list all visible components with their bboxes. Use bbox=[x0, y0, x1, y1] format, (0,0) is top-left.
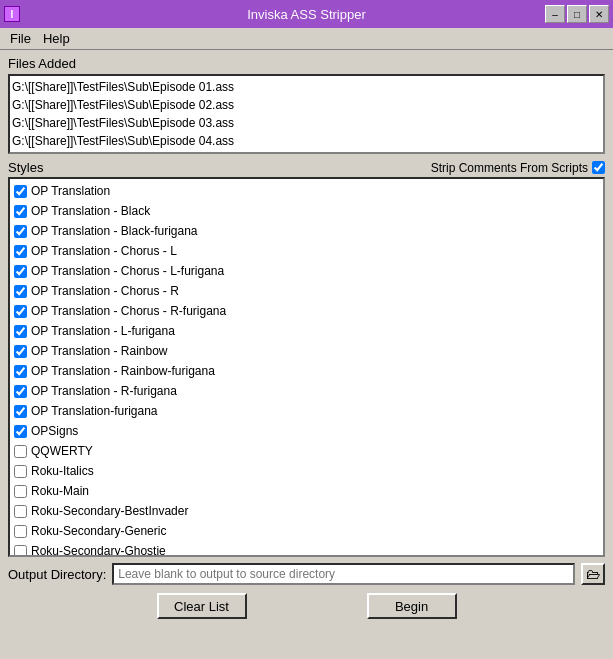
style-item: Roku-Secondary-Generic bbox=[14, 521, 599, 541]
maximize-button[interactable]: □ bbox=[567, 5, 587, 23]
app-title: Inviska ASS Stripper bbox=[0, 7, 613, 22]
style-label: QQWERTY bbox=[31, 444, 93, 458]
style-checkbox[interactable] bbox=[14, 345, 27, 358]
output-input[interactable] bbox=[112, 563, 575, 585]
style-checkbox[interactable] bbox=[14, 185, 27, 198]
minimize-button[interactable]: – bbox=[545, 5, 565, 23]
style-checkbox[interactable] bbox=[14, 305, 27, 318]
menu-file[interactable]: File bbox=[4, 29, 37, 48]
titlebar-left: I bbox=[4, 6, 20, 22]
style-checkbox[interactable] bbox=[14, 485, 27, 498]
style-label: OP Translation - Black bbox=[31, 204, 150, 218]
strip-comments-checkbox[interactable] bbox=[592, 161, 605, 174]
style-item: QQWERTY bbox=[14, 441, 599, 461]
style-checkbox[interactable] bbox=[14, 205, 27, 218]
files-section-label: Files Added bbox=[8, 56, 605, 71]
style-label: OP Translation-furigana bbox=[31, 404, 158, 418]
style-item: OP Translation - Rainbow bbox=[14, 341, 599, 361]
style-label: Roku-Secondary-Ghostie bbox=[31, 544, 166, 557]
style-label: OP Translation bbox=[31, 184, 110, 198]
style-item: OP Translation - Chorus - L-furigana bbox=[14, 261, 599, 281]
style-label: Roku-Secondary-BestInvader bbox=[31, 504, 188, 518]
style-item: OP Translation - R-furigana bbox=[14, 381, 599, 401]
style-checkbox[interactable] bbox=[14, 225, 27, 238]
output-browse-button[interactable]: 🗁 bbox=[581, 563, 605, 585]
style-checkbox[interactable] bbox=[14, 425, 27, 438]
style-item: OP Translation - Chorus - L bbox=[14, 241, 599, 261]
style-label: Roku-Main bbox=[31, 484, 89, 498]
style-checkbox[interactable] bbox=[14, 465, 27, 478]
style-checkbox[interactable] bbox=[14, 245, 27, 258]
style-label: Roku-Secondary-Generic bbox=[31, 524, 166, 538]
style-checkbox[interactable] bbox=[14, 405, 27, 418]
styles-list[interactable]: OP TranslationOP Translation - BlackOP T… bbox=[8, 177, 605, 557]
style-checkbox[interactable] bbox=[14, 505, 27, 518]
style-label: Roku-Italics bbox=[31, 464, 94, 478]
style-label: OP Translation - Rainbow bbox=[31, 344, 168, 358]
style-item: OP Translation-furigana bbox=[14, 401, 599, 421]
style-item: OP Translation - Rainbow-furigana bbox=[14, 361, 599, 381]
style-checkbox[interactable] bbox=[14, 285, 27, 298]
files-list[interactable]: G:\[[Share]]\TestFiles\Sub\Episode 01.as… bbox=[8, 74, 605, 154]
file-item: G:\[[Share]]\TestFiles\Sub\Episode 05.as… bbox=[12, 150, 601, 154]
bottom-buttons: Clear List Begin bbox=[8, 593, 605, 619]
output-label: Output Directory: bbox=[8, 567, 106, 582]
style-checkbox[interactable] bbox=[14, 525, 27, 538]
strip-comments-label: Strip Comments From Scripts bbox=[431, 161, 588, 175]
style-checkbox[interactable] bbox=[14, 325, 27, 338]
file-item: G:\[[Share]]\TestFiles\Sub\Episode 02.as… bbox=[12, 96, 601, 114]
style-label: OP Translation - Chorus - R-furigana bbox=[31, 304, 226, 318]
style-checkbox[interactable] bbox=[14, 265, 27, 278]
style-label: OP Translation - L-furigana bbox=[31, 324, 175, 338]
menu-help[interactable]: Help bbox=[37, 29, 76, 48]
style-label: OP Translation - Chorus - L bbox=[31, 244, 177, 258]
style-item: Roku-Secondary-Ghostie bbox=[14, 541, 599, 557]
close-button[interactable]: ✕ bbox=[589, 5, 609, 23]
clear-list-button[interactable]: Clear List bbox=[157, 593, 247, 619]
style-item: OP Translation - Black-furigana bbox=[14, 221, 599, 241]
style-label: OP Translation - Chorus - L-furigana bbox=[31, 264, 224, 278]
file-item: G:\[[Share]]\TestFiles\Sub\Episode 03.as… bbox=[12, 114, 601, 132]
style-checkbox[interactable] bbox=[14, 365, 27, 378]
style-label: OPSigns bbox=[31, 424, 78, 438]
styles-section-label: Styles bbox=[8, 160, 43, 175]
begin-button[interactable]: Begin bbox=[367, 593, 457, 619]
style-checkbox[interactable] bbox=[14, 445, 27, 458]
output-row: Output Directory: 🗁 bbox=[8, 563, 605, 585]
style-label: OP Translation - Black-furigana bbox=[31, 224, 198, 238]
style-item: OP Translation - Black bbox=[14, 201, 599, 221]
style-item: Roku-Italics bbox=[14, 461, 599, 481]
main-content: Files Added G:\[[Share]]\TestFiles\Sub\E… bbox=[0, 50, 613, 625]
folder-icon: 🗁 bbox=[586, 566, 600, 582]
style-item: OP Translation - Chorus - R bbox=[14, 281, 599, 301]
titlebar: I Inviska ASS Stripper – □ ✕ bbox=[0, 0, 613, 28]
style-label: OP Translation - R-furigana bbox=[31, 384, 177, 398]
style-label: OP Translation - Chorus - R bbox=[31, 284, 179, 298]
menubar: File Help bbox=[0, 28, 613, 50]
titlebar-buttons: – □ ✕ bbox=[545, 5, 609, 23]
strip-comments-container: Strip Comments From Scripts bbox=[431, 161, 605, 175]
style-item: OP Translation - Chorus - R-furigana bbox=[14, 301, 599, 321]
style-item: Roku-Secondary-BestInvader bbox=[14, 501, 599, 521]
file-item: G:\[[Share]]\TestFiles\Sub\Episode 01.as… bbox=[12, 78, 601, 96]
style-checkbox[interactable] bbox=[14, 385, 27, 398]
style-item: OPSigns bbox=[14, 421, 599, 441]
style-label: OP Translation - Rainbow-furigana bbox=[31, 364, 215, 378]
styles-header: Styles Strip Comments From Scripts bbox=[8, 160, 605, 175]
style-item: Roku-Main bbox=[14, 481, 599, 501]
style-item: OP Translation bbox=[14, 181, 599, 201]
style-checkbox[interactable] bbox=[14, 545, 27, 558]
file-item: G:\[[Share]]\TestFiles\Sub\Episode 04.as… bbox=[12, 132, 601, 150]
app-icon: I bbox=[4, 6, 20, 22]
style-item: OP Translation - L-furigana bbox=[14, 321, 599, 341]
